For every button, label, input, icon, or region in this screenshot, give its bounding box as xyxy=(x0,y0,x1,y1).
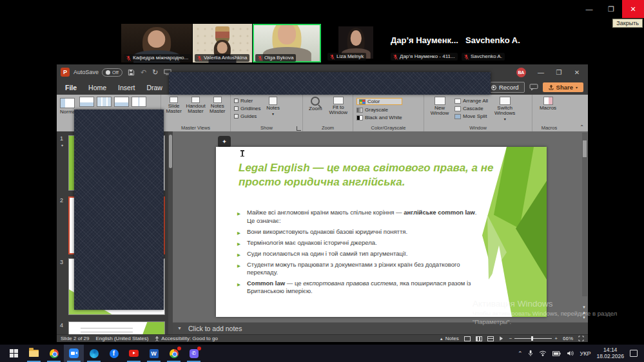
avatar[interactable]: ВА xyxy=(516,68,526,77)
share-icon xyxy=(549,84,554,90)
switch-windows-button[interactable]: Switch Windows▾ xyxy=(491,97,519,123)
participant-badge: Дар’я Науменко - 411... xyxy=(391,53,458,61)
slide-title[interactable]: Legal English — це мова світового права,… xyxy=(239,161,495,189)
slide-navigation-buttons[interactable]: ▼ ▲ ▼ xyxy=(581,305,587,319)
collapse-ribbon-icon[interactable]: ⌃ xyxy=(580,124,584,130)
record-icon xyxy=(491,85,496,90)
slide-sorter-icon[interactable] xyxy=(476,336,482,341)
arrange-all-button[interactable]: Arrange All xyxy=(454,98,488,104)
taskbar-edge[interactable] xyxy=(84,345,104,362)
grayscale-button[interactable]: Grayscale xyxy=(356,107,402,113)
new-window-button[interactable]: New Window xyxy=(427,97,452,123)
slide-scrollbar[interactable] xyxy=(582,133,587,296)
zoom-slider-thumb[interactable] xyxy=(531,336,533,341)
thumbnail-scrollbar[interactable] xyxy=(168,131,173,334)
record-button[interactable]: Record xyxy=(485,82,525,93)
tray-expand-icon[interactable]: ⌃ xyxy=(518,350,523,357)
guides-checkbox[interactable]: Guides xyxy=(234,113,261,119)
slideshow-icon[interactable] xyxy=(499,336,504,341)
tab-home[interactable]: Home xyxy=(83,82,112,93)
taskbar-chrome[interactable] xyxy=(44,345,64,362)
minimize-icon[interactable]: — xyxy=(532,65,549,79)
notes-toggle-button[interactable]: ▲Notes xyxy=(440,336,459,341)
slide-sorter-button[interactable] xyxy=(97,97,112,107)
notes-collapse-icon[interactable]: ▼ xyxy=(177,326,182,330)
language-indicator[interactable]: УКР xyxy=(580,350,590,357)
design-ideas-icon[interactable]: ✦ xyxy=(218,136,231,148)
slide-counter[interactable]: Slide 2 of 29 xyxy=(61,336,89,341)
action-center-icon[interactable] xyxy=(630,350,638,357)
previous-slide-icon[interactable]: ▲ xyxy=(582,310,586,314)
start-button[interactable] xyxy=(4,345,24,362)
gridlines-checkbox[interactable]: Gridlines xyxy=(234,106,261,111)
redo-icon[interactable]: ↻ xyxy=(152,69,158,76)
muted-mic-icon xyxy=(393,54,398,60)
notes-pane[interactable]: ▼ Click to add notes xyxy=(173,322,588,334)
volume-icon[interactable] xyxy=(567,350,574,356)
move-split-button[interactable]: Move Split xyxy=(454,113,488,119)
handout-master-button[interactable]: Handout Master xyxy=(186,97,205,123)
fit-to-window-button[interactable]: Fit to Window xyxy=(327,97,349,123)
participant-badge: Liza Melnyk xyxy=(327,53,366,61)
scroll-down-icon[interactable]: ▼ xyxy=(582,305,586,309)
battery-icon[interactable] xyxy=(552,351,561,356)
language-status[interactable]: English (United States) xyxy=(95,336,148,341)
windows-logo-icon xyxy=(10,349,18,357)
animation-star-icon: ✦ xyxy=(61,143,64,148)
tab-insert[interactable]: Insert xyxy=(112,82,141,93)
zoom-in-icon[interactable]: + xyxy=(554,336,558,341)
slide-bullet: Суди посилаються на один і той самий тип… xyxy=(237,250,478,258)
outline-view-button[interactable] xyxy=(79,97,94,107)
accessibility-status[interactable]: Accessibility: Good to go xyxy=(155,336,218,341)
magnifier-icon xyxy=(311,97,320,106)
save-icon[interactable] xyxy=(128,69,135,76)
slide-master-button[interactable]: Slide Master xyxy=(164,97,183,123)
ribbon-group-master-views: Slide Master Handout Master Notes Master… xyxy=(161,95,231,131)
taskbar-chrome-profile[interactable] xyxy=(164,345,184,362)
restore-icon[interactable]: ❐ xyxy=(551,65,567,79)
zoom-slider[interactable]: − + xyxy=(509,336,558,341)
close-icon[interactable]: ✕ xyxy=(622,0,644,18)
slide-body-text[interactable]: Майже всі англомовні країни мають спільн… xyxy=(237,209,478,298)
normal-view-button[interactable] xyxy=(60,98,75,108)
taskbar-youtube[interactable] xyxy=(124,345,144,362)
clock[interactable]: 14:14 18.02.2026 xyxy=(596,347,624,359)
zoom-level[interactable]: 66% xyxy=(563,336,573,341)
black-and-white-button[interactable]: Black and White xyxy=(356,115,402,120)
minimize-icon[interactable]: — xyxy=(578,0,600,18)
taskbar-word[interactable]: W xyxy=(144,345,164,362)
overlay-panel-top[interactable] xyxy=(169,72,491,95)
next-slide-icon[interactable]: ▼ xyxy=(582,316,586,319)
normal-view-icon[interactable] xyxy=(464,336,471,341)
close-icon[interactable]: ✕ xyxy=(569,65,585,79)
slide-thumbnail[interactable] xyxy=(68,321,165,334)
tab-file[interactable]: File xyxy=(59,82,83,93)
taskbar-file-explorer[interactable] xyxy=(24,345,44,362)
notes-button[interactable]: Notes▾ xyxy=(264,97,283,123)
notes-master-button[interactable]: Notes Master xyxy=(208,97,227,123)
reading-view-icon[interactable] xyxy=(487,336,494,341)
wifi-icon[interactable] xyxy=(539,350,547,356)
share-button[interactable]: Share ▾ xyxy=(543,82,583,92)
comments-icon[interactable] xyxy=(529,84,538,91)
mic-icon[interactable] xyxy=(528,350,533,357)
reading-view-button[interactable] xyxy=(132,97,146,107)
fit-slide-icon[interactable] xyxy=(578,336,584,341)
tab-draw[interactable]: Draw xyxy=(141,82,168,93)
color-button[interactable]: Color xyxy=(356,98,402,105)
current-slide[interactable]: Legal English — це мова світового права,… xyxy=(216,147,547,317)
cascade-button[interactable]: Cascade xyxy=(454,106,488,111)
taskbar-facebook[interactable]: f xyxy=(104,345,124,362)
dialog-launcher-icon[interactable] xyxy=(297,126,301,131)
overlay-panel-left[interactable] xyxy=(74,110,164,310)
restore-icon[interactable]: ❐ xyxy=(600,0,622,18)
autosave-toggle[interactable]: Off xyxy=(102,68,122,77)
taskbar-zoom-active[interactable] xyxy=(64,345,84,362)
ruler-checkbox[interactable]: Ruler xyxy=(234,98,261,104)
undo-icon[interactable]: ↶ xyxy=(141,69,146,76)
zoom-out-icon[interactable]: − xyxy=(509,336,512,341)
taskbar-viber[interactable]: ✆ xyxy=(184,345,204,362)
macros-button[interactable]: Macros xyxy=(536,97,560,123)
zoom-button[interactable]: Zoom xyxy=(306,97,325,123)
notes-page-button[interactable] xyxy=(114,97,129,107)
